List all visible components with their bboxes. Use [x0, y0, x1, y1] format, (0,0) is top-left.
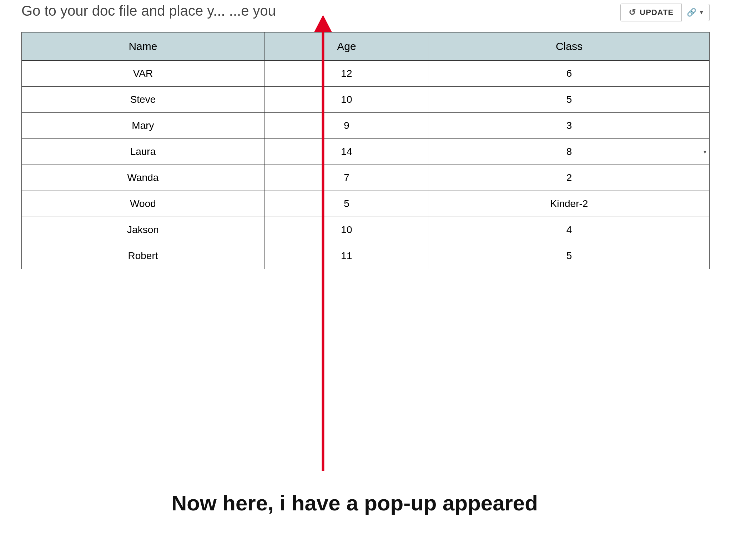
cell-name: Jakson [22, 217, 264, 243]
cell-name: VAR [22, 61, 264, 87]
table-row: Wanda72 [22, 165, 710, 191]
cell-age: 10 [264, 217, 429, 243]
cell-name: Wood [22, 191, 264, 217]
chevron-down-icon: ▼ [699, 9, 704, 16]
refresh-icon: ↺ [629, 7, 636, 17]
column-header-name: Name [22, 32, 264, 61]
table-row: Steve105 [22, 87, 710, 113]
cell-name: Robert [22, 243, 264, 269]
link-icon: 🔗 [687, 8, 696, 17]
cell-age: 7 [264, 165, 429, 191]
table-row: Wood5Kinder-2 [22, 191, 710, 217]
cell-class: 3 [429, 113, 709, 139]
cell-name: Wanda [22, 165, 264, 191]
cell-age: 10 [264, 87, 429, 113]
table-row: Mary93 [22, 113, 710, 139]
page-header-text: Go to your doc file and place y... ...e … [21, 0, 485, 19]
column-header-class: Class [429, 32, 709, 61]
cell-class: 8▾ [429, 139, 709, 165]
cell-name: Laura [22, 139, 264, 165]
cell-class: 5 [429, 87, 709, 113]
cell-age: 9 [264, 113, 429, 139]
data-table: Name Age Class VAR126Steve105Mary93Laura… [21, 32, 710, 269]
cell-class: 5 [429, 243, 709, 269]
table-row: Jakson104 [22, 217, 710, 243]
table-header-row: Name Age Class [22, 32, 710, 61]
table-row: Robert115 [22, 243, 710, 269]
cell-age: 12 [264, 61, 429, 87]
update-button[interactable]: ↺ UPDATE [620, 4, 682, 21]
svg-text:Now here, i have a pop-up appe: Now here, i have a pop-up appeared [171, 491, 538, 515]
cell-class: Kinder-2 [429, 191, 709, 217]
table-row: VAR126 [22, 61, 710, 87]
cell-age: 11 [264, 243, 429, 269]
cell-name: Steve [22, 87, 264, 113]
update-label: UPDATE [640, 8, 674, 17]
cell-age: 5 [264, 191, 429, 217]
cell-age: 14 [264, 139, 429, 165]
link-dropdown-button[interactable]: 🔗 ▼ [682, 4, 710, 21]
cell-class: 6 [429, 61, 709, 87]
data-table-container: Name Age Class VAR126Steve105Mary93Laura… [21, 32, 710, 269]
dropdown-indicator-icon[interactable]: ▾ [704, 148, 706, 155]
cell-class: 4 [429, 217, 709, 243]
column-header-age: Age [264, 32, 429, 61]
toolbar: ↺ UPDATE 🔗 ▼ [620, 4, 710, 21]
cell-name: Mary [22, 113, 264, 139]
table-row: Laura148▾ [22, 139, 710, 165]
cell-class: 2 [429, 165, 709, 191]
